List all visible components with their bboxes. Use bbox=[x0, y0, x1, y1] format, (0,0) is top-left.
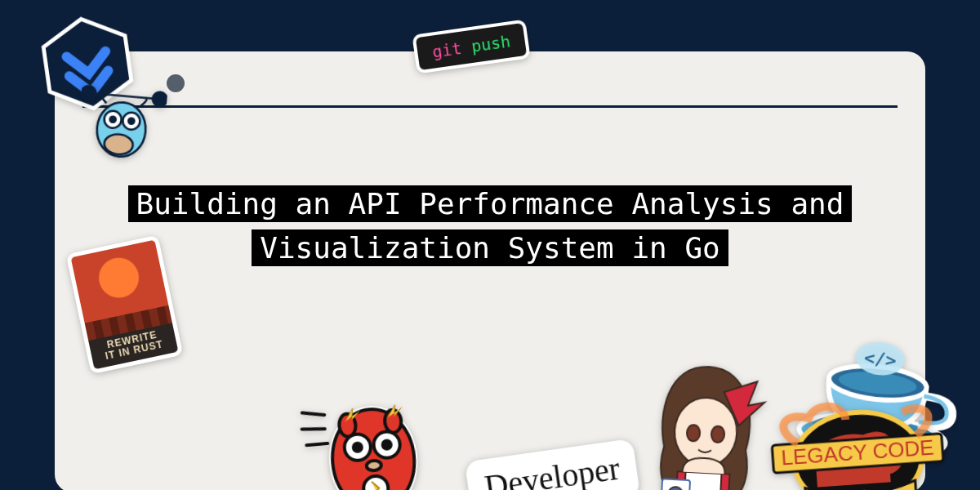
header-rule bbox=[82, 105, 898, 108]
legacy-code-sticker: LEGACY CODE DEV bbox=[762, 384, 954, 490]
rust-poster-art bbox=[71, 240, 172, 341]
window-dot bbox=[167, 74, 185, 92]
svg-point-15 bbox=[382, 440, 391, 449]
title-container: Building an API Performance Analysis and… bbox=[55, 182, 925, 270]
svg-point-23 bbox=[687, 425, 701, 442]
go-gopher-lifting-sticker bbox=[75, 73, 168, 169]
page-title: Building an API Performance Analysis and… bbox=[128, 185, 853, 266]
anime-character-sticker: C bbox=[635, 355, 775, 490]
svg-point-9 bbox=[128, 118, 135, 124]
developer-text-sticker: Developer bbox=[464, 438, 641, 490]
svg-text:</>: </> bbox=[863, 347, 898, 371]
svg-point-2 bbox=[81, 85, 96, 100]
svg-point-16 bbox=[366, 460, 381, 471]
git-arg: push bbox=[470, 31, 512, 56]
go-gopher-flash-sticker bbox=[293, 377, 436, 490]
git-push-sticker: git push bbox=[412, 19, 531, 74]
svg-point-24 bbox=[711, 425, 725, 443]
git-cmd: git bbox=[431, 38, 463, 62]
svg-point-8 bbox=[109, 116, 116, 122]
svg-point-3 bbox=[152, 91, 167, 107]
svg-point-14 bbox=[353, 443, 362, 452]
developer-label: Developer bbox=[482, 450, 621, 490]
content-panel: Building an API Performance Analysis and… bbox=[55, 51, 925, 490]
